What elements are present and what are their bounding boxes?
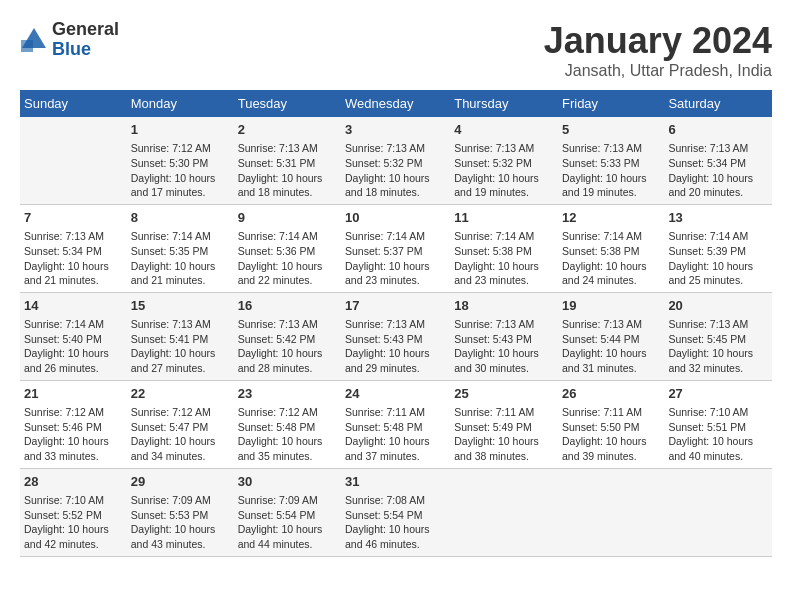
day-number: 7	[24, 209, 123, 227]
day-number: 9	[238, 209, 337, 227]
day-info: Sunrise: 7:11 AM Sunset: 5:48 PM Dayligh…	[345, 405, 446, 464]
logo-general-text: General	[52, 19, 119, 39]
day-info: Sunrise: 7:12 AM Sunset: 5:46 PM Dayligh…	[24, 405, 123, 464]
day-number: 1	[131, 121, 230, 139]
day-number: 5	[562, 121, 660, 139]
calendar-cell: 3Sunrise: 7:13 AM Sunset: 5:32 PM Daylig…	[341, 117, 450, 204]
calendar-cell: 5Sunrise: 7:13 AM Sunset: 5:33 PM Daylig…	[558, 117, 664, 204]
logo: General Blue	[20, 20, 119, 60]
calendar-cell: 21Sunrise: 7:12 AM Sunset: 5:46 PM Dayli…	[20, 380, 127, 468]
calendar-cell	[558, 468, 664, 556]
day-number: 10	[345, 209, 446, 227]
page-header: General Blue January 2024 Jansath, Uttar…	[20, 20, 772, 80]
day-info: Sunrise: 7:10 AM Sunset: 5:51 PM Dayligh…	[668, 405, 768, 464]
day-info: Sunrise: 7:13 AM Sunset: 5:33 PM Dayligh…	[562, 141, 660, 200]
calendar-body: 1Sunrise: 7:12 AM Sunset: 5:30 PM Daylig…	[20, 117, 772, 556]
day-info: Sunrise: 7:14 AM Sunset: 5:39 PM Dayligh…	[668, 229, 768, 288]
calendar-cell: 25Sunrise: 7:11 AM Sunset: 5:49 PM Dayli…	[450, 380, 558, 468]
day-info: Sunrise: 7:12 AM Sunset: 5:47 PM Dayligh…	[131, 405, 230, 464]
month-title: January 2024	[544, 20, 772, 62]
calendar-cell: 17Sunrise: 7:13 AM Sunset: 5:43 PM Dayli…	[341, 292, 450, 380]
day-info: Sunrise: 7:14 AM Sunset: 5:38 PM Dayligh…	[454, 229, 554, 288]
day-info: Sunrise: 7:14 AM Sunset: 5:37 PM Dayligh…	[345, 229, 446, 288]
day-number: 24	[345, 385, 446, 403]
calendar-cell: 27Sunrise: 7:10 AM Sunset: 5:51 PM Dayli…	[664, 380, 772, 468]
day-number: 22	[131, 385, 230, 403]
logo-blue-text: Blue	[52, 39, 91, 59]
day-info: Sunrise: 7:14 AM Sunset: 5:38 PM Dayligh…	[562, 229, 660, 288]
logo-text: General Blue	[52, 20, 119, 60]
day-number: 27	[668, 385, 768, 403]
calendar-cell: 9Sunrise: 7:14 AM Sunset: 5:36 PM Daylig…	[234, 204, 341, 292]
calendar-week-row: 28Sunrise: 7:10 AM Sunset: 5:52 PM Dayli…	[20, 468, 772, 556]
day-info: Sunrise: 7:14 AM Sunset: 5:35 PM Dayligh…	[131, 229, 230, 288]
day-info: Sunrise: 7:13 AM Sunset: 5:42 PM Dayligh…	[238, 317, 337, 376]
weekday-header-row: SundayMondayTuesdayWednesdayThursdayFrid…	[20, 90, 772, 117]
day-info: Sunrise: 7:11 AM Sunset: 5:49 PM Dayligh…	[454, 405, 554, 464]
calendar-cell: 28Sunrise: 7:10 AM Sunset: 5:52 PM Dayli…	[20, 468, 127, 556]
calendar-cell: 8Sunrise: 7:14 AM Sunset: 5:35 PM Daylig…	[127, 204, 234, 292]
day-number: 11	[454, 209, 554, 227]
calendar-week-row: 1Sunrise: 7:12 AM Sunset: 5:30 PM Daylig…	[20, 117, 772, 204]
calendar-cell: 11Sunrise: 7:14 AM Sunset: 5:38 PM Dayli…	[450, 204, 558, 292]
day-number: 17	[345, 297, 446, 315]
day-number: 15	[131, 297, 230, 315]
calendar-cell: 13Sunrise: 7:14 AM Sunset: 5:39 PM Dayli…	[664, 204, 772, 292]
calendar-cell: 2Sunrise: 7:13 AM Sunset: 5:31 PM Daylig…	[234, 117, 341, 204]
calendar-cell: 4Sunrise: 7:13 AM Sunset: 5:32 PM Daylig…	[450, 117, 558, 204]
day-info: Sunrise: 7:08 AM Sunset: 5:54 PM Dayligh…	[345, 493, 446, 552]
day-number: 25	[454, 385, 554, 403]
weekday-header-thursday: Thursday	[450, 90, 558, 117]
day-info: Sunrise: 7:13 AM Sunset: 5:31 PM Dayligh…	[238, 141, 337, 200]
location-title: Jansath, Uttar Pradesh, India	[544, 62, 772, 80]
calendar-cell: 15Sunrise: 7:13 AM Sunset: 5:41 PM Dayli…	[127, 292, 234, 380]
day-number: 13	[668, 209, 768, 227]
day-number: 18	[454, 297, 554, 315]
calendar-cell: 12Sunrise: 7:14 AM Sunset: 5:38 PM Dayli…	[558, 204, 664, 292]
day-number: 30	[238, 473, 337, 491]
day-info: Sunrise: 7:10 AM Sunset: 5:52 PM Dayligh…	[24, 493, 123, 552]
day-number: 31	[345, 473, 446, 491]
day-number: 29	[131, 473, 230, 491]
day-info: Sunrise: 7:09 AM Sunset: 5:53 PM Dayligh…	[131, 493, 230, 552]
weekday-header-sunday: Sunday	[20, 90, 127, 117]
day-info: Sunrise: 7:09 AM Sunset: 5:54 PM Dayligh…	[238, 493, 337, 552]
calendar-cell: 23Sunrise: 7:12 AM Sunset: 5:48 PM Dayli…	[234, 380, 341, 468]
day-info: Sunrise: 7:13 AM Sunset: 5:32 PM Dayligh…	[454, 141, 554, 200]
weekday-header-saturday: Saturday	[664, 90, 772, 117]
day-info: Sunrise: 7:13 AM Sunset: 5:43 PM Dayligh…	[454, 317, 554, 376]
weekday-header-tuesday: Tuesday	[234, 90, 341, 117]
calendar-cell: 6Sunrise: 7:13 AM Sunset: 5:34 PM Daylig…	[664, 117, 772, 204]
calendar-header: SundayMondayTuesdayWednesdayThursdayFrid…	[20, 90, 772, 117]
calendar-cell: 22Sunrise: 7:12 AM Sunset: 5:47 PM Dayli…	[127, 380, 234, 468]
calendar-week-row: 7Sunrise: 7:13 AM Sunset: 5:34 PM Daylig…	[20, 204, 772, 292]
day-number: 21	[24, 385, 123, 403]
day-number: 19	[562, 297, 660, 315]
calendar-cell: 24Sunrise: 7:11 AM Sunset: 5:48 PM Dayli…	[341, 380, 450, 468]
calendar-cell	[450, 468, 558, 556]
day-info: Sunrise: 7:13 AM Sunset: 5:43 PM Dayligh…	[345, 317, 446, 376]
day-number: 28	[24, 473, 123, 491]
weekday-header-friday: Friday	[558, 90, 664, 117]
calendar-cell: 19Sunrise: 7:13 AM Sunset: 5:44 PM Dayli…	[558, 292, 664, 380]
day-number: 12	[562, 209, 660, 227]
calendar-table: SundayMondayTuesdayWednesdayThursdayFrid…	[20, 90, 772, 557]
day-number: 4	[454, 121, 554, 139]
day-info: Sunrise: 7:13 AM Sunset: 5:32 PM Dayligh…	[345, 141, 446, 200]
calendar-cell: 20Sunrise: 7:13 AM Sunset: 5:45 PM Dayli…	[664, 292, 772, 380]
weekday-header-wednesday: Wednesday	[341, 90, 450, 117]
day-info: Sunrise: 7:12 AM Sunset: 5:48 PM Dayligh…	[238, 405, 337, 464]
weekday-header-monday: Monday	[127, 90, 234, 117]
calendar-cell: 14Sunrise: 7:14 AM Sunset: 5:40 PM Dayli…	[20, 292, 127, 380]
day-info: Sunrise: 7:13 AM Sunset: 5:34 PM Dayligh…	[668, 141, 768, 200]
day-number: 8	[131, 209, 230, 227]
day-info: Sunrise: 7:12 AM Sunset: 5:30 PM Dayligh…	[131, 141, 230, 200]
calendar-cell	[20, 117, 127, 204]
day-info: Sunrise: 7:11 AM Sunset: 5:50 PM Dayligh…	[562, 405, 660, 464]
day-number: 14	[24, 297, 123, 315]
day-info: Sunrise: 7:13 AM Sunset: 5:41 PM Dayligh…	[131, 317, 230, 376]
calendar-cell	[664, 468, 772, 556]
calendar-cell: 30Sunrise: 7:09 AM Sunset: 5:54 PM Dayli…	[234, 468, 341, 556]
day-info: Sunrise: 7:13 AM Sunset: 5:45 PM Dayligh…	[668, 317, 768, 376]
calendar-cell: 29Sunrise: 7:09 AM Sunset: 5:53 PM Dayli…	[127, 468, 234, 556]
